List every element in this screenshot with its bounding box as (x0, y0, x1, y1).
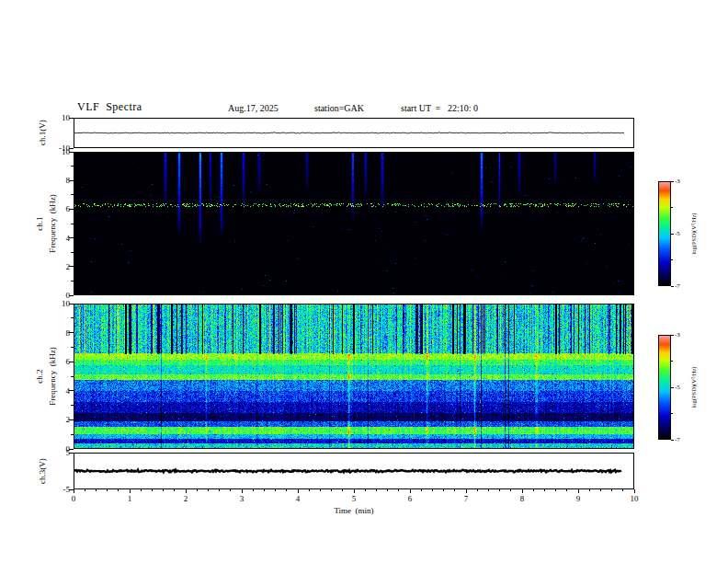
colorbar-minor-tick (671, 207, 673, 208)
x-minor-tick (141, 489, 142, 491)
x-minor-tick (197, 489, 198, 491)
ch1-voltage-axis-label: ch.1(V) (38, 120, 47, 145)
colorbar-ch1-label: log(PSD)(V²/Hz) (690, 213, 697, 255)
x-minor-tick (566, 489, 567, 491)
colorbar-tick (671, 387, 674, 388)
x-minor-tick (488, 489, 489, 491)
ch1-voltage-trace-canvas (74, 119, 633, 147)
colorbar-tick (671, 335, 674, 336)
x-minor-tick (544, 489, 545, 491)
y-minor-tick (71, 224, 74, 224)
y-minor-tick (71, 281, 74, 282)
x-tick-label: 9 (576, 494, 581, 503)
x-minor-tick (107, 489, 108, 491)
ch2-spectrogram-canvas (74, 304, 633, 448)
colorbar-minor-tick (671, 413, 673, 414)
x-minor-tick (331, 489, 332, 491)
x-axis-title: Time (min) (334, 506, 373, 515)
y-tick-label: 5 (50, 448, 70, 457)
colorbar-tick-label: -3 (675, 178, 680, 185)
figure-title: VLF Spectra (77, 100, 142, 114)
x-minor-tick (96, 489, 97, 491)
colorbar-tick (671, 286, 674, 287)
x-minor-tick (342, 489, 343, 491)
y-tick-label: 8 (50, 328, 70, 338)
y-minor-tick (71, 434, 74, 435)
y-tick-label: 10 (50, 299, 70, 308)
y-tick-label: 4 (50, 234, 70, 243)
x-tick-label: 5 (352, 494, 357, 503)
x-tick-label: 10 (631, 494, 639, 503)
x-tick (578, 489, 579, 493)
y-tick-label: 6 (50, 357, 70, 366)
ch3-voltage-axis-label: ch.3(V) (38, 458, 47, 484)
x-tick (410, 489, 411, 493)
x-minor-tick (320, 489, 321, 491)
x-minor-tick (365, 489, 366, 491)
x-minor-tick (309, 489, 310, 491)
y-tick-label: 2 (50, 262, 70, 271)
ch2-channel-label: ch.2 (35, 369, 44, 383)
colorbar-tick (671, 440, 674, 441)
x-minor-tick (398, 489, 399, 491)
x-minor-tick (589, 489, 590, 491)
x-tick-label: 7 (464, 494, 469, 503)
x-minor-tick (499, 489, 500, 491)
x-minor-tick (622, 489, 623, 491)
x-minor-tick (208, 489, 209, 491)
x-minor-tick (286, 489, 287, 491)
x-tick (186, 489, 187, 493)
ch1-channel-label: ch.1 (35, 216, 44, 230)
x-minor-tick (555, 489, 556, 491)
colorbar-tick (671, 234, 674, 235)
panel-ch2-spectrogram (74, 304, 634, 449)
y-minor-tick (71, 317, 74, 318)
ch3-voltage-trace-canvas (74, 454, 633, 488)
colorbar-ch1 (658, 181, 671, 286)
x-minor-tick (118, 489, 119, 491)
x-tick-label: 8 (520, 494, 525, 503)
x-minor-tick (264, 489, 265, 491)
ch2-frequency-axis-label: Frequency (kHz) (48, 347, 57, 405)
panel-ch1-spectrogram (74, 152, 634, 295)
y-tick-label: 6 (50, 204, 70, 213)
x-minor-tick (510, 489, 511, 491)
x-minor-tick (152, 489, 153, 491)
x-minor-tick (477, 489, 478, 491)
y-minor-tick (71, 194, 74, 195)
x-tick-label: 1 (128, 494, 132, 503)
y-tick-label: 10 (50, 113, 70, 122)
x-tick-label: 4 (296, 494, 301, 503)
y-tick-label: 10 (50, 147, 70, 156)
colorbar-tick (671, 181, 674, 182)
colorbar-tick-label: -7 (675, 436, 680, 443)
y-tick-label: -5 (50, 485, 70, 494)
colorbar-ch1-gradient (659, 182, 670, 285)
colorbar-tick-label: -5 (675, 384, 680, 391)
y-minor-tick (71, 347, 74, 348)
x-tick (354, 489, 355, 493)
colorbar-ch2-gradient (659, 336, 670, 439)
ch1-spectrogram-canvas (74, 153, 633, 294)
panel-ch1-voltage (74, 118, 634, 148)
y-tick-label: 8 (50, 176, 70, 185)
start-ut-label: start UT = 22:10: 0 (401, 103, 478, 113)
colorbar-minor-tick (671, 259, 673, 260)
x-minor-tick (600, 489, 601, 491)
station-label: station=GAK (314, 103, 364, 113)
y-tick-label: 4 (50, 386, 70, 396)
x-tick (130, 489, 131, 493)
x-tick-label: 2 (184, 494, 188, 503)
x-minor-tick (163, 489, 164, 491)
colorbar-minor-tick (671, 361, 673, 362)
y-minor-tick (71, 376, 74, 377)
x-tick (298, 489, 299, 493)
x-minor-tick (230, 489, 231, 491)
colorbar-ch2 (658, 335, 671, 440)
panel-ch3-voltage (74, 453, 634, 489)
y-minor-tick (71, 405, 74, 406)
x-tick (466, 489, 467, 493)
x-tick (522, 489, 523, 493)
ch1-frequency-axis-label: Frequency (kHz) (48, 194, 57, 252)
x-minor-tick (376, 489, 377, 491)
